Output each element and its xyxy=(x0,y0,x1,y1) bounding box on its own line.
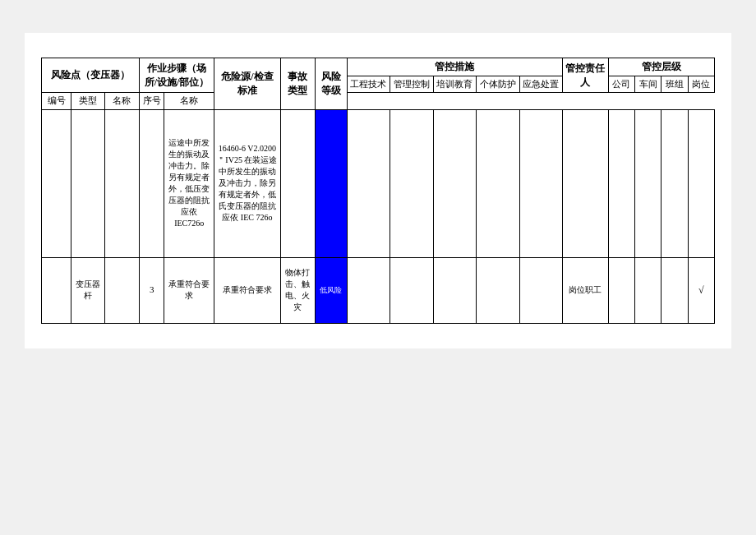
header-emergency: 应急处置 xyxy=(519,76,563,92)
cell-post-1 xyxy=(688,109,714,257)
header-engineering: 工程技术 xyxy=(347,76,390,92)
cell-id-2 xyxy=(42,257,71,323)
cell-hazard-2: 承重符合要求 xyxy=(214,257,281,323)
header-name: 名称 xyxy=(104,93,139,109)
header-control-level: 管控层级 xyxy=(608,58,714,76)
page-container: 风险点（变压器） 作业步骤（场所/设施/部位） 危险源/检查标准 事故类型 风险… xyxy=(25,33,731,348)
cell-emergency-2 xyxy=(519,257,563,323)
cell-training-2 xyxy=(433,257,477,323)
header-team: 班组 xyxy=(662,76,688,92)
cell-company-1 xyxy=(608,109,634,257)
cell-seq-2: 3 xyxy=(140,257,164,323)
header-type: 类型 xyxy=(71,93,104,109)
cell-risk-level-1 xyxy=(316,109,347,257)
header-personal: 个体防护 xyxy=(477,76,520,92)
cell-engineering-2 xyxy=(347,257,390,323)
cell-team-2 xyxy=(662,257,688,323)
cell-name-1 xyxy=(104,109,139,257)
header-company: 公司 xyxy=(608,76,634,92)
cell-engineering-1 xyxy=(347,109,390,257)
cell-risk-level-2: 低风险 xyxy=(316,257,347,323)
header-post: 岗位 xyxy=(688,76,714,92)
cell-accident-2: 物体打击、触电、火灾 xyxy=(280,257,315,323)
header-risk-point: 风险点（变压器） xyxy=(42,58,140,93)
cell-team-1 xyxy=(662,109,688,257)
header-management: 管理控制 xyxy=(390,76,434,92)
cell-id-1 xyxy=(42,109,71,257)
cell-training-1 xyxy=(433,109,477,257)
cell-type-2: 变压器杆 xyxy=(71,257,104,323)
table-row: 运途中所发生的振动及冲击力。除另有规定者外，低压变压器的阻抗应依IEC726o … xyxy=(42,109,715,257)
cell-emergency-1 xyxy=(519,109,563,257)
cell-type-1 xyxy=(71,109,104,257)
header-id: 编号 xyxy=(42,93,71,109)
header-work-steps: 作业步骤（场所/设施/部位） xyxy=(140,58,214,93)
cell-control-person-1 xyxy=(563,109,609,257)
cell-management-1 xyxy=(390,109,434,257)
header-step-name: 名称 xyxy=(164,93,214,109)
cell-company-2 xyxy=(608,257,634,323)
cell-personal-2 xyxy=(477,257,520,323)
header-seq: 序号 xyxy=(140,93,164,109)
cell-seq-1 xyxy=(140,109,164,257)
cell-step-1: 运途中所发生的振动及冲击力。除另有规定者外，低压变压器的阻抗应依IEC726o xyxy=(164,109,214,257)
header-training: 培训教育 xyxy=(433,76,477,92)
cell-accident-1 xyxy=(280,109,315,257)
header-workshop: 车间 xyxy=(634,76,661,92)
header-accident: 事故类型 xyxy=(280,58,315,110)
header-hazard: 危险源/检查标准 xyxy=(214,58,281,110)
cell-workshop-2 xyxy=(634,257,661,323)
cell-workshop-1 xyxy=(634,109,661,257)
header-risk-level: 风险等级 xyxy=(316,58,347,110)
cell-post-2: √ xyxy=(688,257,714,323)
cell-management-2 xyxy=(390,257,434,323)
header-control-person: 管控责任人 xyxy=(563,58,609,93)
cell-step-2: 承重符合要求 xyxy=(164,257,214,323)
cell-hazard-1: 16460-6 V2.0200＂IV25 在装运途中所发生的振动及冲击力，除另有… xyxy=(214,109,281,257)
main-table: 风险点（变压器） 作业步骤（场所/设施/部位） 危险源/检查标准 事故类型 风险… xyxy=(41,58,715,324)
table-row: 变压器杆 3 承重符合要求 承重符合要求 物体打击、触电、火灾 低风险 岗位职工… xyxy=(42,257,715,323)
header-control-measures: 管控措施 xyxy=(347,58,563,76)
cell-personal-1 xyxy=(477,109,520,257)
cell-control-person-2: 岗位职工 xyxy=(563,257,609,323)
cell-name-2 xyxy=(104,257,139,323)
